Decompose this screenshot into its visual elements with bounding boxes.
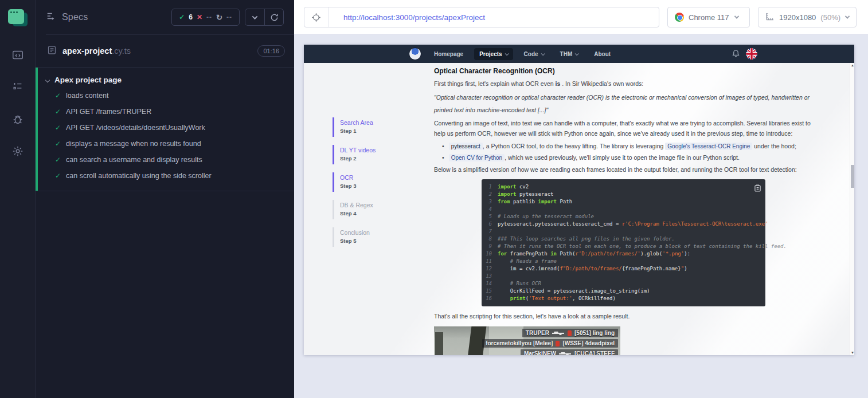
collapse-tests-button[interactable]	[245, 9, 264, 25]
cypress-logo-icon[interactable]	[8, 8, 28, 27]
page-scrollbar[interactable]: ▲ ▼	[850, 63, 854, 355]
nav-item-label: Homepage	[434, 51, 463, 57]
test-passed-icon: ✓	[55, 124, 61, 132]
suite-header[interactable]: Apex project page	[38, 72, 294, 88]
step-item[interactable]: ConclusionStep 5	[333, 227, 407, 247]
line-number: 7	[484, 228, 498, 235]
code-line: 6pytesseract.pytesseract.tesseract_cmd =…	[484, 220, 761, 228]
nav-item-code[interactable]: Code	[519, 48, 549, 60]
killfeed-entry: forcemetokillyou [Melee][WSSE] 4deadpixe…	[482, 339, 618, 348]
code-text: import cv2	[498, 183, 529, 191]
specs-header: Specs ✓ 6 ✕ -- ↻ --	[36, 0, 294, 34]
test-passed-icon: ✓	[55, 108, 61, 116]
notifications-bell-icon[interactable]	[732, 49, 740, 60]
step-number: Step 5	[340, 238, 407, 244]
aut-content: Search AreaStep 1DL YT videosStep 2OCRSt…	[304, 63, 854, 355]
line-number: 16	[484, 295, 498, 302]
killfeed-entry: TRUPER[5051] ling ling	[522, 329, 618, 337]
line-number: 10	[484, 250, 498, 258]
test-title: API GET /frames/TRUPER	[66, 108, 151, 116]
passed-icon: ✓	[179, 13, 185, 21]
test-passed-icon: ✓	[55, 172, 61, 180]
spec-file-row[interactable]: apex-project.cy.ts 01:16	[36, 35, 294, 67]
chevron-down-icon	[45, 77, 50, 82]
cypress-runner: Specs ✓ 6 ✕ -- ↻ --	[0, 0, 868, 398]
code-line: 13	[484, 273, 761, 280]
rerun-tests-button[interactable]	[264, 9, 283, 25]
step-item[interactable]: Search AreaStep 1	[333, 117, 407, 137]
killfeed-screenshot: TRUPER[5051] ling lingforcemetokillyou […	[434, 326, 620, 355]
killfeed-lines: TRUPER[5051] ling lingforcemetokillyou […	[482, 329, 618, 355]
step-label: Search Area	[340, 119, 407, 126]
scroll-up-icon[interactable]: ▲	[851, 64, 854, 67]
chevron-down-icon	[734, 14, 738, 18]
line-number: 13	[484, 273, 498, 280]
viewport-select[interactable]: 1920x1080 (50%)	[758, 7, 857, 27]
code-line: 4	[484, 206, 761, 213]
nav-item-projects[interactable]: Projects	[474, 48, 513, 60]
test-row[interactable]: ✓API GET /frames/TRUPER	[38, 104, 294, 120]
paragraph: Below is a simplified version of how we …	[434, 165, 816, 175]
viewport-zoom: (50%)	[820, 13, 840, 22]
opencv-link[interactable]: Open CV for Python	[449, 154, 505, 161]
step-item[interactable]: OCRStep 3	[333, 172, 407, 192]
scroll-down-icon[interactable]: ▼	[851, 351, 854, 354]
test-passed-icon: ✓	[55, 92, 61, 100]
step-label: DB & Regex	[340, 202, 407, 208]
scrollbar-thumb[interactable]	[851, 165, 854, 188]
copy-code-icon[interactable]	[754, 183, 761, 194]
armor-icon	[556, 341, 560, 346]
test-list: ✓loads content✓API GET /frames/TRUPER✓AP…	[38, 88, 294, 184]
test-row[interactable]: ✓can search a username and display resul…	[38, 152, 294, 168]
runner-toolbar: http://localhost:3000/projects/apexProje…	[294, 0, 868, 34]
list-item: pytesseract, a Python OCR tool, to do th…	[442, 142, 816, 151]
test-title: API GET /videos/details/doesntUsuallyWor…	[66, 124, 205, 132]
divider	[36, 191, 294, 191]
specs-panel: Specs ✓ 6 ✕ -- ↻ --	[36, 0, 294, 398]
test-suite: Apex project page ✓loads content✓API GET…	[36, 68, 294, 191]
passed-count: 6	[189, 13, 193, 21]
code-text: from pathlib import Path	[498, 198, 572, 206]
line-number: 15	[484, 287, 498, 295]
runs-nav-icon[interactable]	[6, 76, 29, 98]
failed-icon: ✕	[197, 13, 202, 21]
test-row[interactable]: ✓can scroll automatically using the side…	[38, 168, 294, 184]
step-item[interactable]: DL YT videosStep 2	[333, 145, 407, 164]
step-label: DL YT videos	[340, 147, 407, 153]
code-line: 14 # Runs OCR	[484, 280, 761, 287]
code-text: ### This loop searches all png files in …	[498, 235, 675, 243]
url-input[interactable]: http://localhost:3000/projects/apexProje…	[329, 13, 485, 22]
code-text: OcrKillFeed = pytesseract.image_to_strin…	[498, 287, 650, 295]
debug-nav-icon[interactable]	[6, 108, 29, 131]
test-row[interactable]: ✓displays a message when no results foun…	[38, 136, 294, 152]
chevron-down-icon	[845, 14, 850, 18]
step-item[interactable]: DB & RegexStep 4	[333, 200, 407, 219]
settings-gear-icon[interactable]	[6, 140, 29, 163]
pending-icon: ↻	[216, 13, 222, 22]
tesseract-link[interactable]: Google's Tesseract-OCR Engine	[665, 143, 752, 150]
step-number: Step 1	[340, 128, 407, 134]
code-text: import pytesseract	[498, 191, 554, 198]
test-row[interactable]: ✓API GET /videos/details/doesntUsuallyWo…	[38, 120, 294, 136]
step-number: Step 4	[340, 210, 407, 216]
paragraph: First things first, let's explain what O…	[434, 79, 816, 89]
code-line: 15 OcrKillFeed = pytesseract.image_to_st…	[484, 287, 761, 295]
nav-item-thm[interactable]: THM	[555, 48, 584, 60]
test-passed-icon: ✓	[55, 140, 61, 148]
site-logo[interactable]	[409, 48, 421, 60]
chevron-down-icon	[541, 52, 545, 56]
specs-nav-icon[interactable]	[6, 44, 29, 66]
code-line: 9# Then it runs the OCR tool on each one…	[484, 243, 761, 250]
code-text: # Runs OCR	[498, 280, 541, 287]
aut-navbar: HomepageProjectsCodeTHMAbout	[304, 45, 854, 63]
nav-item-homepage[interactable]: Homepage	[429, 48, 468, 60]
line-number: 4	[484, 206, 498, 213]
language-flag-icon[interactable]	[746, 48, 757, 60]
victim-name: [WSSE] 4deadpixel	[562, 340, 615, 346]
chevron-down-icon	[252, 14, 258, 19]
viewport-size: 1920x1080	[779, 13, 816, 22]
browser-select[interactable]: Chrome 117	[667, 7, 750, 27]
element-picker-button[interactable]	[304, 7, 329, 27]
nav-item-about[interactable]: About	[589, 48, 616, 60]
test-row[interactable]: ✓loads content	[38, 88, 294, 104]
